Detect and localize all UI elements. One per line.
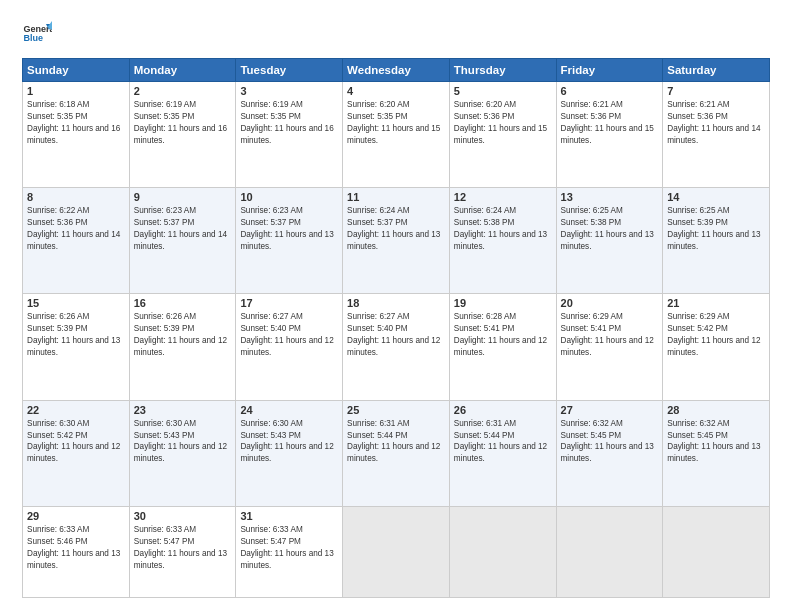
calendar-day-5: 5 Sunrise: 6:20 AMSunset: 5:36 PMDayligh… — [449, 82, 556, 188]
day-number: 22 — [27, 404, 125, 416]
day-info: Sunrise: 6:26 AMSunset: 5:39 PMDaylight:… — [134, 311, 232, 359]
day-number: 24 — [240, 404, 338, 416]
calendar-day-13: 13 Sunrise: 6:25 AMSunset: 5:38 PMDaylig… — [556, 188, 663, 294]
calendar-day-30: 30 Sunrise: 6:33 AMSunset: 5:47 PMDaylig… — [129, 506, 236, 597]
day-info: Sunrise: 6:22 AMSunset: 5:36 PMDaylight:… — [27, 205, 125, 253]
calendar-day-20: 20 Sunrise: 6:29 AMSunset: 5:41 PMDaylig… — [556, 294, 663, 400]
calendar-week-2: 8 Sunrise: 6:22 AMSunset: 5:36 PMDayligh… — [23, 188, 770, 294]
day-number: 15 — [27, 297, 125, 309]
calendar-week-4: 22 Sunrise: 6:30 AMSunset: 5:42 PMDaylig… — [23, 400, 770, 506]
svg-text:Blue: Blue — [24, 33, 44, 43]
day-info: Sunrise: 6:24 AMSunset: 5:38 PMDaylight:… — [454, 205, 552, 253]
calendar-day-28: 28 Sunrise: 6:32 AMSunset: 5:45 PMDaylig… — [663, 400, 770, 506]
day-number: 17 — [240, 297, 338, 309]
day-number: 6 — [561, 85, 659, 97]
day-number: 14 — [667, 191, 765, 203]
calendar-day-6: 6 Sunrise: 6:21 AMSunset: 5:36 PMDayligh… — [556, 82, 663, 188]
day-info: Sunrise: 6:33 AMSunset: 5:47 PMDaylight:… — [240, 524, 338, 572]
day-number: 3 — [240, 85, 338, 97]
calendar-day-31: 31 Sunrise: 6:33 AMSunset: 5:47 PMDaylig… — [236, 506, 343, 597]
calendar-week-5: 29 Sunrise: 6:33 AMSunset: 5:46 PMDaylig… — [23, 506, 770, 597]
logo: General Blue — [22, 18, 52, 48]
day-info: Sunrise: 6:19 AMSunset: 5:35 PMDaylight:… — [240, 99, 338, 147]
calendar-header-row: SundayMondayTuesdayWednesdayThursdayFrid… — [23, 59, 770, 82]
day-info: Sunrise: 6:29 AMSunset: 5:41 PMDaylight:… — [561, 311, 659, 359]
calendar-day-1: 1 Sunrise: 6:18 AMSunset: 5:35 PMDayligh… — [23, 82, 130, 188]
day-number: 26 — [454, 404, 552, 416]
calendar-day-19: 19 Sunrise: 6:28 AMSunset: 5:41 PMDaylig… — [449, 294, 556, 400]
calendar-day-22: 22 Sunrise: 6:30 AMSunset: 5:42 PMDaylig… — [23, 400, 130, 506]
day-number: 28 — [667, 404, 765, 416]
day-number: 25 — [347, 404, 445, 416]
day-info: Sunrise: 6:26 AMSunset: 5:39 PMDaylight:… — [27, 311, 125, 359]
day-info: Sunrise: 6:23 AMSunset: 5:37 PMDaylight:… — [134, 205, 232, 253]
calendar-day-10: 10 Sunrise: 6:23 AMSunset: 5:37 PMDaylig… — [236, 188, 343, 294]
day-number: 23 — [134, 404, 232, 416]
day-info: Sunrise: 6:30 AMSunset: 5:43 PMDaylight:… — [134, 418, 232, 466]
calendar-day-16: 16 Sunrise: 6:26 AMSunset: 5:39 PMDaylig… — [129, 294, 236, 400]
calendar-header-tuesday: Tuesday — [236, 59, 343, 82]
day-number: 21 — [667, 297, 765, 309]
calendar-day-29: 29 Sunrise: 6:33 AMSunset: 5:46 PMDaylig… — [23, 506, 130, 597]
day-info: Sunrise: 6:30 AMSunset: 5:42 PMDaylight:… — [27, 418, 125, 466]
day-number: 18 — [347, 297, 445, 309]
calendar-day-25: 25 Sunrise: 6:31 AMSunset: 5:44 PMDaylig… — [343, 400, 450, 506]
calendar-day-17: 17 Sunrise: 6:27 AMSunset: 5:40 PMDaylig… — [236, 294, 343, 400]
day-info: Sunrise: 6:27 AMSunset: 5:40 PMDaylight:… — [347, 311, 445, 359]
calendar-day-12: 12 Sunrise: 6:24 AMSunset: 5:38 PMDaylig… — [449, 188, 556, 294]
calendar-day-21: 21 Sunrise: 6:29 AMSunset: 5:42 PMDaylig… — [663, 294, 770, 400]
calendar-day-23: 23 Sunrise: 6:30 AMSunset: 5:43 PMDaylig… — [129, 400, 236, 506]
day-info: Sunrise: 6:25 AMSunset: 5:39 PMDaylight:… — [667, 205, 765, 253]
calendar-day-18: 18 Sunrise: 6:27 AMSunset: 5:40 PMDaylig… — [343, 294, 450, 400]
calendar-day-4: 4 Sunrise: 6:20 AMSunset: 5:35 PMDayligh… — [343, 82, 450, 188]
day-number: 11 — [347, 191, 445, 203]
calendar-day-empty — [343, 506, 450, 597]
calendar-header-sunday: Sunday — [23, 59, 130, 82]
calendar-day-2: 2 Sunrise: 6:19 AMSunset: 5:35 PMDayligh… — [129, 82, 236, 188]
calendar-table: SundayMondayTuesdayWednesdayThursdayFrid… — [22, 58, 770, 598]
day-info: Sunrise: 6:30 AMSunset: 5:43 PMDaylight:… — [240, 418, 338, 466]
calendar-day-7: 7 Sunrise: 6:21 AMSunset: 5:36 PMDayligh… — [663, 82, 770, 188]
day-info: Sunrise: 6:25 AMSunset: 5:38 PMDaylight:… — [561, 205, 659, 253]
calendar-day-24: 24 Sunrise: 6:30 AMSunset: 5:43 PMDaylig… — [236, 400, 343, 506]
day-info: Sunrise: 6:33 AMSunset: 5:46 PMDaylight:… — [27, 524, 125, 572]
calendar-day-empty — [663, 506, 770, 597]
day-info: Sunrise: 6:23 AMSunset: 5:37 PMDaylight:… — [240, 205, 338, 253]
day-info: Sunrise: 6:32 AMSunset: 5:45 PMDaylight:… — [667, 418, 765, 466]
day-info: Sunrise: 6:21 AMSunset: 5:36 PMDaylight:… — [667, 99, 765, 147]
day-info: Sunrise: 6:28 AMSunset: 5:41 PMDaylight:… — [454, 311, 552, 359]
day-info: Sunrise: 6:32 AMSunset: 5:45 PMDaylight:… — [561, 418, 659, 466]
day-number: 13 — [561, 191, 659, 203]
day-info: Sunrise: 6:21 AMSunset: 5:36 PMDaylight:… — [561, 99, 659, 147]
day-number: 5 — [454, 85, 552, 97]
calendar-day-9: 9 Sunrise: 6:23 AMSunset: 5:37 PMDayligh… — [129, 188, 236, 294]
day-number: 1 — [27, 85, 125, 97]
calendar-day-26: 26 Sunrise: 6:31 AMSunset: 5:44 PMDaylig… — [449, 400, 556, 506]
day-info: Sunrise: 6:31 AMSunset: 5:44 PMDaylight:… — [347, 418, 445, 466]
day-number: 27 — [561, 404, 659, 416]
calendar-day-empty — [449, 506, 556, 597]
calendar-day-14: 14 Sunrise: 6:25 AMSunset: 5:39 PMDaylig… — [663, 188, 770, 294]
day-number: 10 — [240, 191, 338, 203]
calendar-day-empty — [556, 506, 663, 597]
day-info: Sunrise: 6:20 AMSunset: 5:36 PMDaylight:… — [454, 99, 552, 147]
calendar-day-11: 11 Sunrise: 6:24 AMSunset: 5:37 PMDaylig… — [343, 188, 450, 294]
day-number: 29 — [27, 510, 125, 522]
day-number: 20 — [561, 297, 659, 309]
page: General Blue SundayMondayTuesdayWednesda… — [0, 0, 792, 612]
day-number: 16 — [134, 297, 232, 309]
day-number: 9 — [134, 191, 232, 203]
calendar-header-thursday: Thursday — [449, 59, 556, 82]
day-info: Sunrise: 6:33 AMSunset: 5:47 PMDaylight:… — [134, 524, 232, 572]
day-info: Sunrise: 6:29 AMSunset: 5:42 PMDaylight:… — [667, 311, 765, 359]
calendar-header-wednesday: Wednesday — [343, 59, 450, 82]
day-info: Sunrise: 6:27 AMSunset: 5:40 PMDaylight:… — [240, 311, 338, 359]
day-number: 8 — [27, 191, 125, 203]
calendar-header-monday: Monday — [129, 59, 236, 82]
calendar-header-friday: Friday — [556, 59, 663, 82]
day-number: 12 — [454, 191, 552, 203]
calendar-header-saturday: Saturday — [663, 59, 770, 82]
day-number: 19 — [454, 297, 552, 309]
day-number: 4 — [347, 85, 445, 97]
day-info: Sunrise: 6:31 AMSunset: 5:44 PMDaylight:… — [454, 418, 552, 466]
